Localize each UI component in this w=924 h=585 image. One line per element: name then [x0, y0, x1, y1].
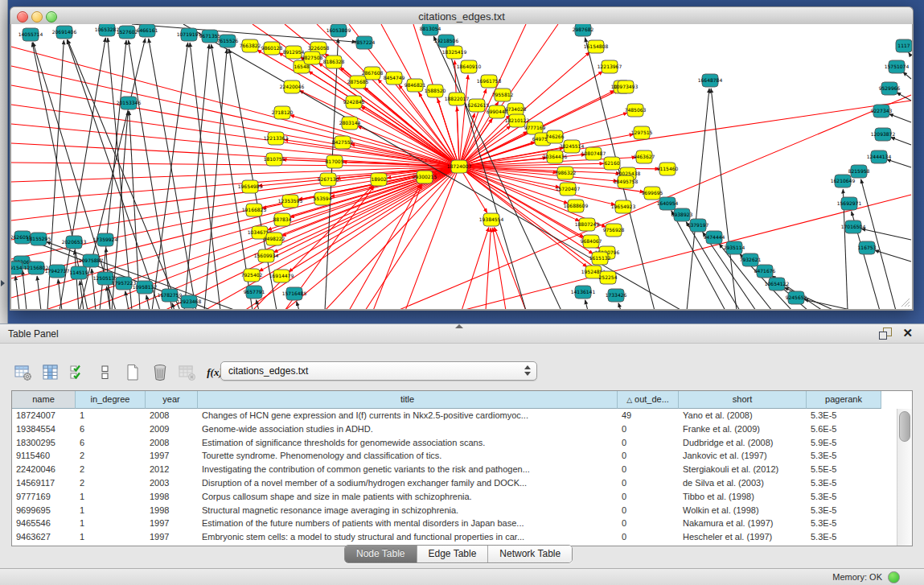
network-canvas[interactable]: 1872400714055714206914061065328715276026…: [10, 24, 914, 311]
graph-node[interactable]: 18807249: [575, 218, 600, 231]
graph-node[interactable]: 62160: [604, 157, 620, 170]
graph-node[interactable]: 8471676: [754, 265, 776, 278]
graph-node[interactable]: 10719195: [177, 28, 202, 41]
tab-edge-table[interactable]: Edge Table: [417, 546, 489, 562]
scrollbar-thumb[interactable]: [899, 411, 910, 442]
new-document-button[interactable]: [121, 361, 145, 384]
column-header-short[interactable]: short: [679, 391, 807, 409]
graph-node[interactable]: 8215958: [848, 165, 870, 178]
graph-node[interactable]: 252254: [599, 271, 618, 284]
graph-node[interactable]: 9860128: [261, 42, 283, 55]
row-height-button[interactable]: [93, 361, 117, 384]
graph-node[interactable]: 9657791: [244, 286, 265, 299]
graph-node[interactable]: 19166825: [242, 204, 267, 216]
graph-node[interactable]: 15751074: [885, 60, 910, 73]
graph-node[interactable]: 12444134: [867, 150, 892, 163]
graph-node[interactable]: 8938923: [671, 208, 693, 221]
graph-node[interactable]: 2803144: [339, 117, 361, 130]
table-selector-dropdown[interactable]: citations_edges.txt: [220, 361, 537, 381]
graph-node[interactable]: 15609934: [254, 249, 279, 262]
graph-node[interactable]: 553594: [314, 192, 332, 205]
graph-node[interactable]: 16648784: [698, 74, 723, 87]
graph-node[interactable]: 7925402: [241, 269, 263, 282]
table-row[interactable]: 1938455462009Genome-wide association stu…: [12, 422, 897, 436]
graph-node[interactable]: 116753: [858, 241, 877, 254]
graph-node[interactable]: 16154808: [584, 40, 609, 53]
graph-node[interactable]: 9463627: [634, 150, 655, 163]
tab-network-table[interactable]: Network Table: [488, 546, 572, 562]
graph-node[interactable]: 19654923: [611, 200, 636, 213]
graph-node[interactable]: 14055714: [18, 28, 43, 41]
graph-node[interactable]: 9827508: [302, 51, 323, 64]
show-columns-button[interactable]: [39, 361, 63, 384]
graph-node[interactable]: 17359924: [93, 233, 118, 246]
graph-node[interactable]: 9498222: [264, 233, 285, 245]
graph-node[interactable]: 2935114: [724, 241, 745, 254]
graph-node[interactable]: 9474444: [704, 231, 725, 244]
graph-node[interactable]: 1733426: [606, 289, 627, 302]
column-header-out_de[interactable]: △out_de...: [618, 391, 679, 409]
column-header-pagerank[interactable]: pagerank: [807, 391, 881, 409]
graph-node[interactable]: 8427552: [332, 136, 354, 149]
graph-node[interactable]: 1588520: [425, 84, 446, 97]
graph-node[interactable]: 20206533: [62, 236, 87, 249]
panel-expand-arrow-icon[interactable]: [1, 280, 5, 286]
graph-node[interactable]: 1117: [896, 39, 912, 52]
graph-node[interactable]: 1527602: [117, 26, 138, 39]
splitter-handle-icon[interactable]: [455, 324, 463, 328]
control-panel-edge[interactable]: [0, 0, 8, 323]
graph-node[interactable]: 9242845: [343, 96, 365, 109]
graph-node[interactable]: 9227343: [871, 105, 893, 117]
graph-node[interactable]: 16053809: [326, 24, 351, 37]
graph-node[interactable]: 16961758: [477, 75, 502, 88]
graph-node[interactable]: 817005: [326, 155, 344, 168]
graph-node[interactable]: 15720407: [556, 183, 581, 196]
graph-node[interactable]: 887834: [273, 213, 292, 226]
float-panel-button[interactable]: [879, 328, 892, 340]
column-header-in_degree[interactable]: in_degree: [76, 391, 146, 409]
column-header-title[interactable]: title: [198, 391, 618, 409]
graph-node[interactable]: 9699695: [642, 187, 663, 200]
graph-node[interactable]: 9684067: [581, 235, 602, 248]
graph-node[interactable]: 18640910: [457, 60, 482, 73]
graph-node[interactable]: 1640954: [657, 197, 679, 210]
table-row[interactable]: 946554611997Estimation of the future num…: [12, 517, 897, 530]
table-row[interactable]: 1830029562008Estimation of significance …: [12, 436, 897, 450]
graph-node[interactable]: 10807487: [581, 147, 606, 160]
resize-grip-icon[interactable]: [899, 296, 910, 307]
close-panel-button[interactable]: ✕: [902, 326, 913, 340]
graph-node[interactable]: 12213967: [598, 60, 622, 73]
table-row[interactable]: 1456911722003Disruption of a novel membe…: [12, 476, 897, 490]
graph-node[interactable]: 6466161: [137, 24, 158, 37]
graph-node[interactable]: 39154: [11, 262, 23, 274]
graph-node[interactable]: 746266: [546, 130, 565, 143]
graph-node[interactable]: 9115460: [657, 163, 679, 175]
graph-node[interactable]: 7485063: [625, 104, 647, 117]
table-row[interactable]: 946362711997Embryonic stem cells: a mode…: [12, 530, 897, 544]
graph-node[interactable]: 9846821: [405, 79, 426, 92]
graph-node[interactable]: 2718120: [272, 106, 294, 119]
vertical-scrollbar[interactable]: [897, 409, 912, 546]
memory-ok-indicator[interactable]: [888, 571, 900, 583]
graph-node[interactable]: 9529966: [879, 82, 901, 95]
table-row[interactable]: 977716911998Corpus callosum shape and si…: [12, 490, 897, 504]
graph-node[interactable]: 5267130: [318, 173, 339, 186]
graph-node[interactable]: 7663822: [240, 39, 261, 52]
graph-node[interactable]: 1810755: [264, 153, 285, 166]
graph-node[interactable]: 12353595: [278, 195, 303, 208]
graph-node[interactable]: 7857224: [354, 36, 376, 49]
graph-node[interactable]: 14136141: [571, 286, 596, 299]
graph-node[interactable]: 8454749: [384, 72, 405, 84]
graph-node[interactable]: 9245652: [786, 291, 807, 304]
network-window-titlebar[interactable]: citations_edges.txt: [10, 6, 914, 26]
graph-node[interactable]: 2875685: [347, 76, 369, 89]
table-row[interactable]: 969969511998Structural magnetic resonanc…: [12, 504, 897, 517]
graph-node[interactable]: 20691406: [52, 26, 77, 39]
graph-node[interactable]: 7615526: [217, 35, 239, 47]
table-row[interactable]: 2242004622012Investigating the contribut…: [12, 463, 897, 476]
graph-node[interactable]: 10688609: [564, 200, 589, 212]
graph-node[interactable]: 7932621: [740, 253, 762, 266]
graph-node[interactable]: 2987682: [573, 24, 594, 36]
graph-node[interactable]: 6379197: [688, 219, 709, 232]
delete-table-button[interactable]: [175, 361, 199, 384]
